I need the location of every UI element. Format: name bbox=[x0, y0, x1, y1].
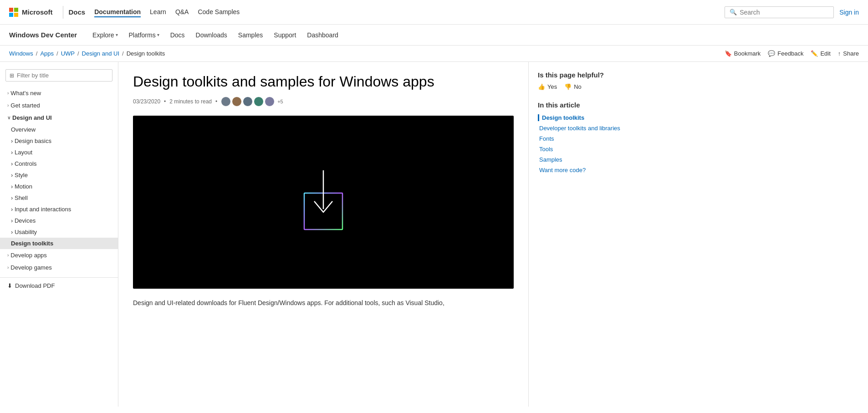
sidebar-label-develop-games: Develop games bbox=[10, 264, 51, 271]
breadcrumb: Windows / Apps / UWP / Design and UI / D… bbox=[0, 46, 868, 62]
sub-nav-support[interactable]: Support bbox=[274, 31, 296, 39]
avatar-3 bbox=[243, 97, 253, 107]
meta-separator-2: • bbox=[215, 98, 217, 105]
chevron-right-icon: › bbox=[11, 194, 13, 201]
right-panel: Is this page helpful? 👍 Yes 👎 No In this… bbox=[528, 62, 633, 407]
bookmark-icon: 🔖 bbox=[725, 50, 732, 57]
nav-link-learn[interactable]: Learn bbox=[150, 7, 166, 17]
sign-in-button[interactable]: Sign in bbox=[839, 9, 859, 16]
sidebar-sub-item-overview[interactable]: Overview bbox=[0, 124, 118, 135]
sidebar: ⊞ › What's new › Get started ∨ Design an… bbox=[0, 62, 118, 407]
bookmark-button[interactable]: 🔖 Bookmark bbox=[725, 50, 761, 57]
platforms-chevron: ▾ bbox=[157, 32, 159, 37]
sidebar-sub-item-input-interactions[interactable]: › Input and interactions bbox=[0, 204, 118, 215]
breadcrumb-sep-3: / bbox=[77, 50, 79, 57]
in-article-link-tools[interactable]: Tools bbox=[538, 146, 624, 153]
feedback-button[interactable]: 💬 Feedback bbox=[768, 50, 803, 57]
filter-box[interactable]: ⊞ bbox=[5, 69, 112, 82]
article-meta: 03/23/2020 • 2 minutes to read • +5 bbox=[133, 97, 514, 107]
microsoft-logo[interactable]: Microsoft bbox=[9, 8, 58, 17]
breadcrumb-actions: 🔖 Bookmark 💬 Feedback ✏️ Edit ↑ Share bbox=[725, 50, 859, 57]
in-article-link-fonts[interactable]: Fonts bbox=[538, 135, 624, 142]
feedback-icon: 💬 bbox=[768, 50, 775, 57]
avatar-5 bbox=[265, 97, 275, 107]
helpful-no-button[interactable]: 👎 No bbox=[564, 83, 582, 90]
sidebar-sub-item-design-basics[interactable]: › Design basics bbox=[0, 135, 118, 147]
sidebar-label-develop-apps: Develop apps bbox=[10, 252, 47, 259]
sub-nav-platforms[interactable]: Platforms ▾ bbox=[129, 31, 159, 39]
sidebar-label-layout: Layout bbox=[15, 149, 32, 156]
in-article-link-samples[interactable]: Samples bbox=[538, 156, 624, 163]
breadcrumb-design-and-ui[interactable]: Design and UI bbox=[82, 50, 119, 57]
chevron-right-icon: › bbox=[7, 253, 9, 258]
breadcrumb-windows[interactable]: Windows bbox=[9, 50, 33, 57]
search-input[interactable] bbox=[740, 9, 829, 16]
sidebar-label-get-started: Get started bbox=[10, 102, 40, 109]
breadcrumb-sep-2: / bbox=[56, 50, 58, 57]
sidebar-sub-item-shell[interactable]: › Shell bbox=[0, 192, 118, 204]
share-label: Share bbox=[843, 50, 859, 57]
edit-button[interactable]: ✏️ Edit bbox=[811, 50, 830, 57]
chevron-right-icon: › bbox=[11, 217, 13, 224]
sidebar-sub-item-style[interactable]: › Style bbox=[0, 169, 118, 181]
sidebar-label-motion: Motion bbox=[15, 183, 32, 190]
nav-link-qa[interactable]: Q&A bbox=[175, 7, 189, 17]
thumbs-up-icon: 👍 bbox=[538, 83, 545, 90]
breadcrumb-sep-1: / bbox=[36, 50, 38, 57]
feedback-label: Feedback bbox=[777, 50, 803, 57]
avatar-1 bbox=[221, 97, 231, 107]
page-title: Design toolkits and samples for Windows … bbox=[133, 73, 514, 90]
breadcrumb-uwp[interactable]: UWP bbox=[61, 50, 75, 57]
nav-divider bbox=[63, 6, 63, 19]
chevron-right-icon: › bbox=[11, 229, 13, 235]
chevron-right-icon: › bbox=[11, 206, 13, 213]
main-content: Design toolkits and samples for Windows … bbox=[118, 62, 528, 407]
hero-image bbox=[133, 116, 514, 289]
edit-icon: ✏️ bbox=[811, 50, 818, 57]
download-pdf-icon: ⬇ bbox=[7, 282, 12, 289]
in-article-section: In this article Design toolkits Develope… bbox=[538, 101, 624, 173]
sidebar-sub-item-design-toolkits[interactable]: Design toolkits bbox=[0, 238, 118, 249]
ms-logo-grid bbox=[9, 8, 18, 17]
helpful-yes-button[interactable]: 👍 Yes bbox=[538, 83, 557, 90]
in-article-link-want-more-code[interactable]: Want more code? bbox=[538, 167, 624, 173]
sidebar-item-get-started[interactable]: › Get started bbox=[0, 99, 118, 112]
thumbs-down-icon: 👎 bbox=[564, 83, 572, 90]
sidebar-label-style: Style bbox=[15, 172, 28, 178]
chevron-down-icon: ∨ bbox=[7, 115, 10, 120]
download-pdf-button[interactable]: ⬇ Download PDF bbox=[0, 277, 118, 294]
in-article-link-design-toolkits[interactable]: Design toolkits bbox=[538, 114, 624, 121]
sidebar-sub-item-controls[interactable]: › Controls bbox=[0, 158, 118, 169]
sidebar-sub-item-motion[interactable]: › Motion bbox=[0, 181, 118, 192]
nav-link-code-samples[interactable]: Code Samples bbox=[198, 7, 240, 17]
sidebar-item-whats-new[interactable]: › What's new bbox=[0, 87, 118, 99]
sidebar-sub-item-usability[interactable]: › Usability bbox=[0, 226, 118, 238]
article-read-time: 2 minutes to read bbox=[169, 98, 212, 105]
bookmark-label: Bookmark bbox=[734, 50, 761, 57]
sidebar-item-develop-apps[interactable]: › Develop apps bbox=[0, 249, 118, 261]
no-label: No bbox=[574, 83, 582, 90]
nav-link-documentation[interactable]: Documentation bbox=[94, 7, 141, 17]
sub-nav-docs[interactable]: Docs bbox=[170, 31, 185, 39]
avatar-2 bbox=[232, 97, 242, 107]
filter-icon: ⊞ bbox=[10, 72, 14, 79]
helpful-section: Is this page helpful? 👍 Yes 👎 No bbox=[538, 71, 624, 90]
sidebar-label-devices: Devices bbox=[15, 217, 36, 224]
sub-nav-samples[interactable]: Samples bbox=[238, 31, 263, 39]
in-article-link-developer-toolkits[interactable]: Developer toolkits and libraries bbox=[538, 125, 624, 132]
contributor-count: +5 bbox=[277, 99, 283, 104]
sub-nav-dashboard[interactable]: Dashboard bbox=[307, 31, 338, 39]
filter-input[interactable] bbox=[17, 72, 108, 79]
sidebar-sub-item-layout[interactable]: › Layout bbox=[0, 147, 118, 158]
search-box[interactable]: 🔍 bbox=[725, 6, 834, 18]
breadcrumb-apps[interactable]: Apps bbox=[40, 50, 54, 57]
sidebar-item-develop-games[interactable]: › Develop games bbox=[0, 261, 118, 274]
sub-nav-downloads[interactable]: Downloads bbox=[196, 31, 227, 39]
sidebar-sub-item-devices[interactable]: › Devices bbox=[0, 215, 118, 226]
breadcrumb-sep-4: / bbox=[122, 50, 124, 57]
sidebar-item-design-and-ui[interactable]: ∨ Design and UI bbox=[0, 112, 118, 124]
share-button[interactable]: ↑ Share bbox=[838, 50, 859, 57]
chevron-right-icon: › bbox=[7, 265, 9, 270]
edit-label: Edit bbox=[820, 50, 830, 57]
sub-nav-explore[interactable]: Explore ▾ bbox=[92, 31, 117, 39]
